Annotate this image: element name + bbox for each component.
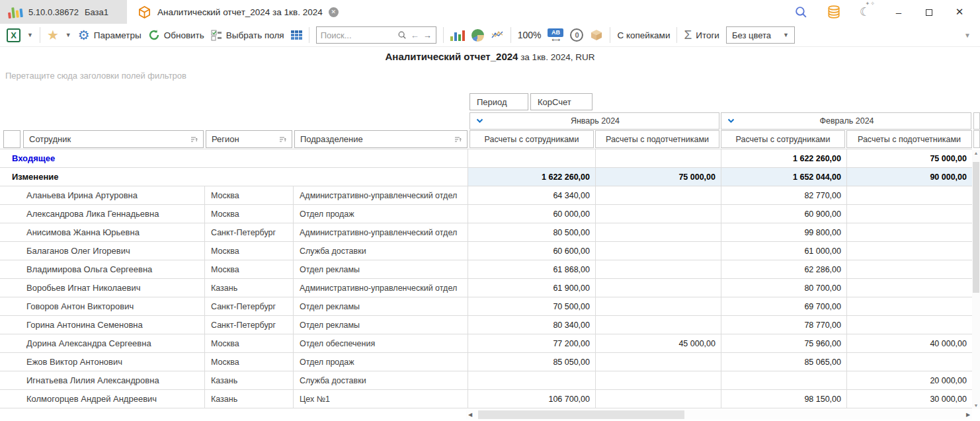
parameters-button[interactable]: ⚙ Параметры [78, 28, 142, 42]
value-cell[interactable]: 1 622 260,00 [468, 168, 595, 186]
value-cell[interactable] [595, 149, 721, 167]
table-row[interactable]: Игнатьева Лилия Александровна Казань Слу… [0, 371, 972, 390]
region-cell[interactable]: Москва [204, 353, 293, 371]
zoom-level-label[interactable]: 100% [518, 30, 542, 40]
region-cell[interactable]: Санкт-Петербург [204, 316, 293, 334]
value-cell[interactable] [595, 223, 721, 241]
employee-cell[interactable]: Владимирова Ольга Сергеевна [0, 260, 204, 278]
tab-close-icon[interactable]: ✕ [329, 7, 339, 17]
employee-cell[interactable]: Анисимова Жанна Юрьевна [0, 223, 204, 241]
value-cell[interactable]: 106 700,00 [468, 390, 595, 408]
employee-cell[interactable]: Балаганов Олег Игоревич [0, 242, 204, 260]
color-dropdown[interactable]: Без цвета ▼ [726, 26, 795, 44]
value-cell[interactable]: 75 960,00 [721, 334, 846, 352]
prev-match-icon[interactable]: ← [411, 30, 419, 40]
kopecks-button[interactable]: С копейками [617, 30, 670, 40]
totals-button[interactable]: Σ Итоги [684, 28, 719, 42]
region-cell[interactable]: Москва [204, 242, 293, 260]
employee-cell[interactable]: Аланьева Ирина Артуровна [0, 186, 204, 204]
sort-icon[interactable] [454, 135, 462, 143]
value-cell[interactable]: 62 286,00 [721, 260, 846, 278]
bar-chart-button[interactable] [450, 30, 465, 41]
division-cell[interactable]: Отдел обеспечения [293, 334, 468, 352]
row-field-header-division[interactable]: Подразделение [294, 130, 468, 148]
employee-cell[interactable]: Ежов Виктор Антонович [0, 353, 204, 371]
vertical-scrollbar[interactable]: ▲ ▼ [972, 150, 980, 409]
report-tab[interactable]: Аналитический отчет_2024 за 1кв. 2024 ✕ [138, 5, 339, 19]
value-cell[interactable]: 20 000,00 [846, 371, 972, 389]
row-selector-box[interactable] [3, 130, 20, 148]
column-group-clipped[interactable] [973, 112, 980, 130]
value-cell[interactable]: 99 800,00 [721, 223, 846, 241]
column-group-february[interactable]: Февраль 2024 [721, 112, 971, 130]
theme-moon-icon[interactable]: ☾✦✧ [860, 5, 874, 19]
table-row[interactable]: Анисимова Жанна Юрьевна Санкт-Петербург … [0, 223, 972, 242]
column-group-january[interactable]: Январь 2024 [470, 112, 719, 130]
scroll-down-icon[interactable]: ▼ [974, 402, 979, 409]
employee-cell[interactable]: Горина Антонина Семеновна [0, 316, 204, 334]
table-row[interactable]: Аланьева Ирина Артуровна Москва Админист… [0, 186, 972, 205]
search-icon[interactable] [794, 5, 808, 19]
value-cell[interactable]: 70 500,00 [468, 297, 595, 315]
division-cell[interactable]: Цех №1 [293, 390, 468, 408]
region-cell[interactable]: Москва [204, 205, 293, 223]
value-cell[interactable]: 40 000,00 [846, 334, 972, 352]
value-cell[interactable]: 80 500,00 [468, 223, 595, 241]
horizontal-scroll-thumb[interactable] [478, 410, 684, 419]
chevron-down-icon[interactable] [727, 118, 735, 124]
value-cell[interactable]: 80 700,00 [721, 279, 846, 297]
value-cell[interactable]: 64 340,00 [468, 186, 595, 204]
division-cell[interactable]: Отдел продаж [293, 205, 468, 223]
table-row[interactable]: Дорина Александра Сергеевна Москва Отдел… [0, 334, 972, 353]
table-row[interactable]: Ежов Виктор Антонович Москва Отдел прода… [0, 353, 972, 371]
favorites-dropdown-caret[interactable]: ▼ [65, 32, 71, 38]
region-cell[interactable]: Казань [204, 390, 293, 408]
value-cell[interactable]: 30 000,00 [846, 390, 972, 408]
value-cell[interactable]: 61 000,00 [721, 242, 846, 260]
field-button-period[interactable]: Период [470, 93, 528, 110]
division-cell[interactable]: Отдел продаж [293, 353, 468, 371]
value-cell[interactable]: 60 900,00 [721, 205, 846, 223]
region-cell[interactable]: Санкт-Петербург [204, 297, 293, 315]
value-cell[interactable] [595, 316, 721, 334]
employee-cell[interactable]: Игнатьева Лилия Александровна [0, 371, 204, 389]
division-cell[interactable]: Служба доставки [293, 371, 468, 389]
value-cell[interactable]: 60 600,00 [468, 242, 595, 260]
division-cell[interactable]: Административно-управленческий отдел [293, 279, 468, 297]
sort-icon[interactable] [278, 135, 286, 143]
division-cell[interactable]: Отдел рекламы [293, 260, 468, 278]
row-field-header-region[interactable]: Регион [206, 130, 292, 148]
table-row[interactable]: Колмогорцев Андрей Андреевич Казань Цех … [0, 390, 972, 408]
division-cell[interactable]: Административно-управленческий отдел [293, 186, 468, 204]
value-cell[interactable]: 85 065,00 [721, 353, 846, 371]
subcolumn-header-clipped[interactable] [973, 130, 980, 148]
sort-icon[interactable] [190, 135, 198, 143]
value-cell[interactable] [595, 242, 721, 260]
zero-values-button[interactable]: 0 [570, 28, 583, 42]
region-cell[interactable]: Казань [204, 279, 293, 297]
table-row[interactable]: Александрова Лика Геннадьевна Москва Отд… [0, 205, 972, 223]
value-cell[interactable] [595, 353, 721, 371]
select-fields-button[interactable]: Выбрать поля [211, 30, 284, 41]
employee-cell[interactable]: Колмогорцев Андрей Андреевич [0, 390, 204, 408]
package-button[interactable] [590, 29, 603, 41]
total-row-incoming[interactable]: Входящее 1 622 260,00 75 000,00 [0, 149, 972, 168]
search-glass-icon[interactable] [397, 30, 407, 40]
value-cell[interactable] [468, 371, 595, 389]
region-cell[interactable]: Казань [204, 371, 293, 389]
subcolumn-header[interactable]: Расчеты с подотчетниками [846, 130, 972, 148]
value-cell[interactable]: 75 000,00 [846, 149, 972, 167]
table-row[interactable]: Говоров Антон Викторович Санкт-Петербург… [0, 297, 972, 316]
scroll-up-icon[interactable]: ▲ [974, 150, 979, 157]
value-cell[interactable]: 45 000,00 [595, 334, 721, 352]
field-button-korschet[interactable]: КорСчет [530, 93, 592, 110]
toolbar-overflow-caret[interactable]: ▼ [964, 32, 971, 39]
refresh-button[interactable]: Обновить [148, 29, 204, 41]
minimize-button[interactable]: – [893, 7, 905, 18]
value-cell[interactable] [846, 279, 972, 297]
total-row-label[interactable]: Изменение [0, 168, 468, 186]
close-button[interactable]: ✕ [954, 6, 965, 18]
table-row[interactable]: Владимирова Ольга Сергеевна Москва Отдел… [0, 260, 972, 279]
employee-cell[interactable]: Говоров Антон Викторович [0, 297, 204, 315]
value-cell[interactable]: 78 770,00 [721, 316, 846, 334]
